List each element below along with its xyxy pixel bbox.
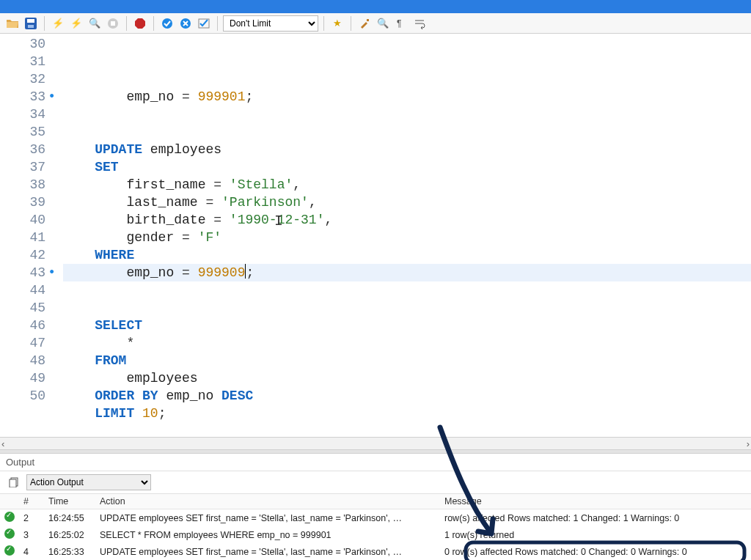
- svg-rect-2: [28, 25, 34, 28]
- code-token: ,: [309, 195, 317, 210]
- code-token: WHERE: [63, 248, 134, 262]
- row-index: 2: [19, 509, 44, 527]
- row-message: 0 row(s) affected Rows matched: 0 Change…: [440, 543, 751, 560]
- code-token: emp_no: [63, 265, 182, 280]
- status-ok-icon: [4, 528, 15, 539]
- code-token: =: [205, 195, 221, 210]
- editor-tab-label: The UPDATE Statement - Part I*: [7, 1, 135, 11]
- find-icon[interactable]: 🔍: [375, 15, 391, 32]
- code-token: =: [182, 265, 198, 280]
- output-row[interactable]: 416:25:33UPDATE employees SET first_name…: [0, 543, 751, 560]
- code-token: first_name: [63, 177, 213, 192]
- code-token: =: [213, 213, 230, 227]
- code-token: ;: [246, 265, 254, 280]
- code-token: 'F': [198, 230, 221, 245]
- code-token: gender: [63, 230, 182, 245]
- code-token: last_name: [63, 195, 205, 210]
- line-gutter: 3031323334353637383940414243444546474849…: [0, 34, 60, 437]
- code-token: ORDER BY: [63, 388, 166, 403]
- commit-icon[interactable]: [159, 15, 175, 32]
- tab-strip: The UPDATE Statement - Part I* ×: [0, 0, 155, 13]
- separator: [126, 16, 127, 31]
- row-action: SELECT * FROM employees WHERE emp_no = 9…: [95, 526, 440, 543]
- output-type-select[interactable]: Action Output: [26, 474, 151, 490]
- execute-current-icon[interactable]: ⚡: [68, 15, 84, 32]
- code-token: 999901: [198, 89, 246, 104]
- autocommit-icon[interactable]: [196, 15, 212, 32]
- code-token: FROM: [63, 353, 126, 368]
- editor-tab[interactable]: The UPDATE Statement - Part I* ×: [0, 0, 155, 13]
- row-index: 4: [19, 543, 44, 560]
- open-icon[interactable]: [4, 15, 21, 32]
- row-index: 3: [19, 526, 44, 543]
- sql-editor[interactable]: 3031323334353637383940414243444546474849…: [0, 34, 751, 437]
- code-token: 'Parkinson': [221, 195, 309, 210]
- row-limit-select[interactable]: Don't Limit: [223, 15, 318, 32]
- code-token: SELECT: [63, 318, 142, 333]
- favorite-icon[interactable]: ★: [329, 15, 345, 32]
- svg-rect-9: [367, 19, 369, 21]
- code-token: =: [213, 177, 230, 192]
- code-token: emp_no: [63, 89, 182, 104]
- separator: [44, 16, 45, 31]
- code-token: LIMIT: [63, 406, 142, 421]
- execute-icon[interactable]: ⚡: [50, 15, 66, 32]
- col-message[interactable]: Message: [440, 494, 751, 509]
- beautify-icon[interactable]: [356, 15, 373, 32]
- invisible-chars-icon[interactable]: ¶: [393, 15, 409, 32]
- row-time: 16:24:55: [44, 509, 95, 527]
- row-time: 16:25:33: [44, 543, 95, 560]
- output-row[interactable]: 216:24:55UPDATE employees SET first_name…: [0, 509, 751, 527]
- col-index[interactable]: #: [19, 494, 44, 509]
- svg-point-6: [162, 18, 172, 29]
- save-icon[interactable]: [23, 15, 39, 32]
- toolbar: ⚡ ⚡ 🔍 Don't Limit ★ 🔍 ¶: [0, 13, 751, 34]
- wrap-icon[interactable]: [411, 15, 428, 32]
- code-token: ,: [324, 213, 332, 227]
- code-token: *: [63, 336, 134, 350]
- col-action[interactable]: Action: [95, 494, 440, 509]
- svg-rect-12: [10, 479, 16, 487]
- horizontal-scrollbar[interactable]: ‹ ›: [0, 437, 751, 449]
- rollback-icon[interactable]: [177, 15, 194, 32]
- code-token: employees: [63, 371, 198, 386]
- code-token: DESC: [221, 388, 253, 403]
- svg-text:¶: ¶: [397, 18, 401, 29]
- separator: [351, 16, 351, 31]
- output-panel: Output Action Output # Time Action Messa…: [0, 454, 751, 560]
- row-time: 16:25:02: [44, 526, 95, 543]
- code-token: employees: [150, 142, 221, 157]
- stop-on-error-icon[interactable]: [132, 15, 148, 32]
- output-row[interactable]: 316:25:02SELECT * FROM employees WHERE e…: [0, 526, 751, 543]
- code-token: 'Stella': [230, 177, 293, 192]
- row-action: UPDATE employees SET first_name = 'Stell…: [95, 509, 440, 527]
- output-panel-title: Output: [0, 454, 751, 471]
- code-token: ;: [158, 406, 166, 421]
- code-token: SET: [63, 160, 119, 174]
- explain-icon[interactable]: 🔍: [87, 15, 103, 32]
- code-token: =: [182, 89, 198, 104]
- separator: [217, 16, 218, 31]
- status-ok-icon: [4, 545, 15, 556]
- status-ok-icon: [4, 512, 15, 522]
- output-toolbar: Action Output: [0, 471, 751, 494]
- code-area[interactable]: I emp_no = 999901; UPDATE employees SET …: [60, 34, 751, 437]
- scroll-right-icon[interactable]: ›: [747, 438, 750, 449]
- action-output-table: # Time Action Message 216:24:55UPDATE em…: [0, 494, 751, 560]
- close-icon[interactable]: ×: [144, 1, 149, 10]
- stop-icon[interactable]: [105, 15, 121, 32]
- svg-rect-1: [27, 19, 34, 23]
- code-token: 10: [142, 406, 158, 421]
- col-time[interactable]: Time: [44, 494, 95, 509]
- code-token: birth_date: [63, 213, 213, 227]
- separator: [323, 16, 324, 31]
- output-copy-icon[interactable]: [6, 474, 22, 490]
- svg-rect-4: [111, 21, 115, 26]
- separator: [153, 16, 154, 31]
- code-token: emp_no: [166, 388, 221, 403]
- row-action: UPDATE employees SET first_name = 'Stell…: [95, 543, 440, 560]
- code-token: 999909: [198, 265, 246, 280]
- scroll-left-icon[interactable]: ‹: [1, 438, 4, 449]
- code-token: =: [182, 230, 198, 245]
- code-token: ,: [293, 177, 301, 192]
